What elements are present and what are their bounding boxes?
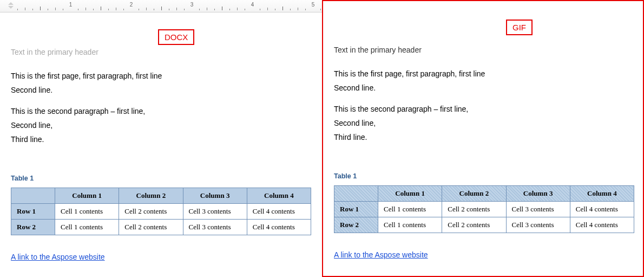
table-row: Row 2 Cell 1 contents Cell 2 contents Ce… xyxy=(334,217,634,233)
paragraph-2-line-2: Second line, xyxy=(334,118,632,130)
paragraph-2-line-3: Third line. xyxy=(11,134,311,146)
row-header: Row 2 xyxy=(334,217,378,233)
table-cell: Cell 4 contents xyxy=(247,220,311,235)
data-table: Column 1 Column 2 Column 3 Column 4 Row … xyxy=(334,185,634,233)
table-cell: Cell 3 contents xyxy=(506,217,570,233)
table-corner xyxy=(11,188,55,204)
col-header: Column 3 xyxy=(183,188,247,204)
table-cell: Cell 1 contents xyxy=(378,202,442,217)
paragraph-1-line-2: Second line. xyxy=(11,85,311,96)
col-header: Column 4 xyxy=(570,186,634,202)
paragraph-1-line-1: This is the first page, first paragraph,… xyxy=(11,70,311,82)
table-cell: Cell 2 contents xyxy=(442,202,506,217)
page-header: Text in the primary header xyxy=(334,46,632,54)
page-header: Text in the primary header xyxy=(11,48,311,56)
table-cell: Cell 1 contents xyxy=(55,204,119,220)
table-cell: Cell 3 contents xyxy=(506,202,570,217)
table-row: Row 1 Cell 1 contents Cell 2 contents Ce… xyxy=(11,204,311,220)
col-header: Column 1 xyxy=(55,188,119,204)
table-corner xyxy=(334,186,378,202)
col-header: Column 2 xyxy=(442,186,506,202)
table-caption: Table 1 xyxy=(334,172,632,180)
external-link[interactable]: A link to the Aspose website xyxy=(334,250,428,259)
table-cell: Cell 3 contents xyxy=(183,204,247,220)
row-header: Row 1 xyxy=(11,204,55,220)
table-cell: Cell 1 contents xyxy=(378,217,442,233)
docx-panel: Text in the primary header This is the f… xyxy=(0,0,322,277)
col-header: Column 4 xyxy=(247,188,311,204)
table-cell: Cell 4 contents xyxy=(570,202,634,217)
table-cell: Cell 2 contents xyxy=(119,220,183,235)
table-cell: Cell 3 contents xyxy=(183,220,247,235)
table-row: Row 1 Cell 1 contents Cell 2 contents Ce… xyxy=(334,202,634,217)
row-header: Row 2 xyxy=(11,220,55,235)
table-row: Row 2 Cell 1 contents Cell 2 contents Ce… xyxy=(11,220,311,235)
paragraph-2-line-3: Third line. xyxy=(334,132,632,144)
paragraph-2-line-2: Second line, xyxy=(11,120,311,132)
paragraph-1-line-2: Second line. xyxy=(334,82,632,94)
row-header: Row 1 xyxy=(334,202,378,217)
table-cell: Cell 4 contents xyxy=(570,217,634,233)
col-header: Column 2 xyxy=(119,188,183,204)
gif-panel: Text in the primary header This is the f… xyxy=(322,0,644,277)
table-cell: Cell 2 contents xyxy=(442,217,506,233)
data-table: Column 1 Column 2 Column 3 Column 4 Row … xyxy=(11,188,311,235)
col-header: Column 3 xyxy=(506,186,570,202)
paragraph-2-line-1: This is the second paragraph – first lin… xyxy=(334,104,632,115)
col-header: Column 1 xyxy=(378,186,442,202)
table-cell: Cell 2 contents xyxy=(119,204,183,220)
table-cell: Cell 4 contents xyxy=(247,204,311,220)
table-cell: Cell 1 contents xyxy=(55,220,119,235)
paragraph-1-line-1: This is the first page, first paragraph,… xyxy=(334,68,632,80)
paragraph-2-line-1: This is the second paragraph – first lin… xyxy=(11,106,311,118)
table-caption: Table 1 xyxy=(11,175,311,182)
external-link[interactable]: A link to the Aspose website xyxy=(11,253,105,261)
